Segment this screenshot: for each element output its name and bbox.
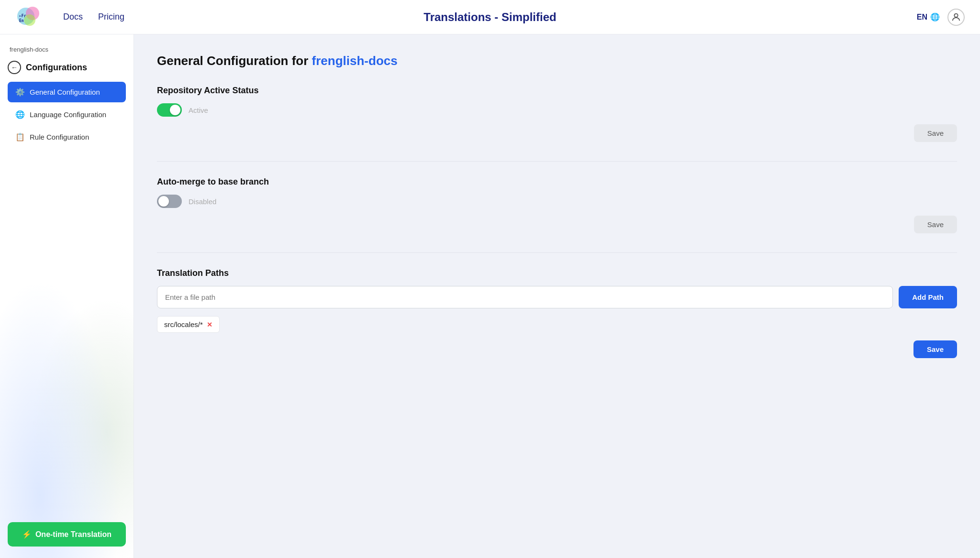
- sidebar-section-label: Configurations: [26, 63, 87, 73]
- language-icon: 🌐: [15, 110, 25, 119]
- main-content: General Configuration for frenglish-docs…: [134, 34, 980, 558]
- main-nav: Docs Pricing: [63, 12, 124, 22]
- sidebar-item-general[interactable]: ⚙️ General Configuration: [8, 82, 126, 102]
- logo[interactable]: ←Fr En: [15, 3, 44, 32]
- path-remove-button[interactable]: ✕: [207, 321, 212, 328]
- header-right: EN 🌐: [917, 9, 965, 26]
- path-value: src/locales/*: [164, 320, 203, 328]
- auto-merge-toggle-row: Disabled: [157, 195, 957, 208]
- back-icon[interactable]: ←: [8, 61, 21, 74]
- divider-2: [157, 252, 957, 253]
- svg-point-5: [954, 13, 958, 17]
- repo-status-title: Repository Active Status: [157, 86, 957, 96]
- translation-paths-save-button[interactable]: Save: [913, 340, 957, 358]
- repo-status-save-button[interactable]: Save: [914, 124, 957, 142]
- sidebar-bg: [0, 244, 134, 558]
- sidebar-item-language[interactable]: 🌐 Language Configuration: [8, 104, 126, 125]
- translation-paths-section: Translation Paths Add Path src/locales/*…: [157, 268, 957, 358]
- globe-icon: 🌐: [930, 12, 940, 22]
- page-heading: General Configuration for frenglish-docs: [157, 54, 957, 68]
- translation-paths-save-row: Save: [157, 340, 957, 358]
- divider-1: [157, 161, 957, 162]
- heading-static: General Configuration for: [157, 54, 312, 68]
- svg-text:En: En: [19, 19, 24, 23]
- path-item: src/locales/* ✕: [157, 316, 220, 333]
- sidebar-item-label: Language Configuration: [30, 110, 106, 119]
- heading-link[interactable]: frenglish-docs: [312, 54, 398, 68]
- one-time-translation-button[interactable]: ⚡ One-time Translation: [8, 522, 126, 547]
- svg-text:←Fr: ←Fr: [19, 14, 26, 18]
- auto-merge-label: Disabled: [189, 197, 216, 206]
- translation-paths-title: Translation Paths: [157, 268, 957, 278]
- app-body: frenglish-docs ← Configurations ⚙️ Gener…: [0, 34, 980, 558]
- sidebar-bottom: ⚡ One-time Translation: [8, 522, 126, 547]
- repo-status-save-row: Save: [157, 124, 957, 142]
- sidebar-item-label: General Configuration: [30, 88, 100, 96]
- repo-status-toggle-row: Active: [157, 103, 957, 117]
- auto-merge-save-button[interactable]: Save: [914, 216, 957, 233]
- add-path-button[interactable]: Add Path: [899, 286, 957, 308]
- auto-merge-title: Auto-merge to base branch: [157, 177, 957, 187]
- auto-merge-save-row: Save: [157, 216, 957, 233]
- gear-icon: ⚙️: [15, 88, 25, 97]
- language-selector[interactable]: EN 🌐: [917, 12, 940, 22]
- breadcrumb: frenglish-docs: [8, 46, 126, 53]
- repo-status-toggle[interactable]: [157, 103, 182, 117]
- nav-docs[interactable]: Docs: [63, 12, 83, 22]
- repo-status-label: Active: [189, 106, 208, 114]
- auto-merge-toggle[interactable]: [157, 195, 182, 208]
- sidebar-item-rule[interactable]: 📋 Rule Configuration: [8, 127, 126, 147]
- one-time-btn-label: One-time Translation: [35, 530, 111, 539]
- app-header: ←Fr En Docs Pricing Translations - Simpl…: [0, 0, 980, 34]
- path-list: src/locales/* ✕: [157, 316, 957, 333]
- path-input[interactable]: [157, 286, 893, 308]
- repo-status-section: Repository Active Status Active Save: [157, 86, 957, 142]
- rule-icon: 📋: [15, 132, 25, 142]
- sidebar-item-label: Rule Configuration: [30, 133, 89, 141]
- sidebar: frenglish-docs ← Configurations ⚙️ Gener…: [0, 34, 134, 558]
- page-title: Translations - Simplified: [423, 11, 556, 24]
- sidebar-nav: ⚙️ General Configuration 🌐 Language Conf…: [8, 82, 126, 147]
- user-avatar[interactable]: [947, 9, 965, 26]
- path-input-row: Add Path: [157, 286, 957, 308]
- lang-label: EN: [917, 13, 927, 22]
- lightning-icon: ⚡: [22, 530, 32, 539]
- nav-pricing[interactable]: Pricing: [98, 12, 124, 22]
- auto-merge-section: Auto-merge to base branch Disabled Save: [157, 177, 957, 233]
- sidebar-section-header[interactable]: ← Configurations: [8, 61, 126, 74]
